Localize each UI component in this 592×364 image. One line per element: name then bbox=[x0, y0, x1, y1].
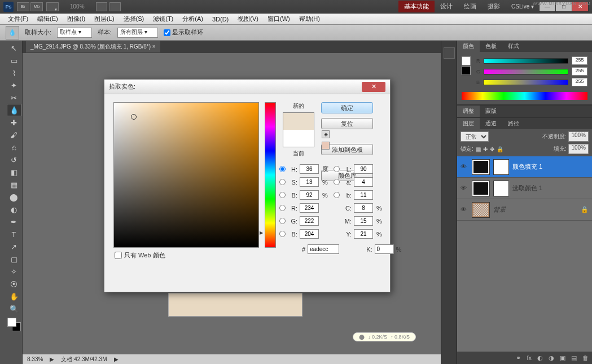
tab-channels[interactable]: 通道 bbox=[480, 118, 502, 129]
eyedropper-tool-icon[interactable]: 💧 bbox=[7, 104, 21, 116]
3d-tool-icon[interactable]: ✧ bbox=[7, 265, 21, 278]
menu-3d[interactable]: 3D(D) bbox=[208, 16, 233, 23]
s-input[interactable] bbox=[300, 177, 319, 187]
menu-file[interactable]: 文件(F) bbox=[3, 15, 33, 23]
tab-layers[interactable]: 图层 bbox=[457, 118, 480, 129]
menu-analysis[interactable]: 分析(A) bbox=[178, 15, 208, 23]
b-hsb-input[interactable] bbox=[300, 190, 319, 200]
lock-pixels-icon[interactable]: ▦ bbox=[476, 146, 481, 152]
type-tool-icon[interactable]: T bbox=[7, 228, 21, 240]
tab-adjust[interactable]: 调整 bbox=[457, 106, 480, 117]
hue-slider[interactable] bbox=[265, 102, 276, 248]
cslive-button[interactable]: CSLive ▾ bbox=[511, 3, 534, 10]
tab-color[interactable]: 颜色 bbox=[457, 41, 480, 52]
lock-transparency-icon[interactable]: ✚ bbox=[483, 146, 488, 152]
collapse-strip[interactable] bbox=[0, 41, 6, 364]
show-ring-checkbox[interactable]: 显示取样环 bbox=[164, 28, 203, 37]
color-field[interactable] bbox=[113, 102, 259, 248]
lock-position-icon[interactable]: ✥ bbox=[490, 146, 494, 152]
lock-all-icon[interactable]: 🔒 bbox=[497, 146, 503, 152]
h-input[interactable] bbox=[300, 164, 319, 174]
layer-name[interactable]: 颜色填充 1 bbox=[512, 163, 542, 171]
color-preview[interactable] bbox=[283, 112, 314, 147]
link-icon[interactable]: ⚭ bbox=[516, 354, 521, 362]
l-radio[interactable] bbox=[334, 166, 340, 172]
r-radio[interactable] bbox=[279, 205, 286, 211]
fg-color-swatch[interactable] bbox=[7, 318, 16, 327]
a-radio[interactable] bbox=[334, 179, 340, 185]
bridge-icon[interactable]: Br bbox=[17, 2, 29, 11]
gamut-warning-icon[interactable]: ◈ bbox=[322, 130, 330, 138]
history-brush-icon[interactable]: ↺ bbox=[7, 154, 21, 166]
r-value[interactable]: 255 bbox=[572, 56, 587, 65]
zoom-level[interactable]: 100% bbox=[70, 3, 85, 10]
b-lab-input[interactable] bbox=[354, 190, 373, 200]
path-tool-icon[interactable]: ↗ bbox=[7, 240, 21, 253]
color-swatches[interactable] bbox=[7, 317, 21, 332]
folder-icon[interactable]: ▣ bbox=[560, 354, 565, 362]
tab-paths[interactable]: 路径 bbox=[502, 118, 525, 129]
workspace-tab-photo[interactable]: 摄影 bbox=[482, 1, 506, 12]
extras-button[interactable] bbox=[109, 2, 121, 11]
blur-tool-icon[interactable]: ⬤ bbox=[7, 191, 21, 203]
move-tool-icon[interactable]: ↖ bbox=[7, 42, 21, 54]
a-input[interactable] bbox=[354, 177, 373, 187]
k-input[interactable] bbox=[375, 244, 394, 254]
layer-name[interactable]: 选取颜色 1 bbox=[512, 184, 542, 192]
l-input[interactable] bbox=[354, 164, 373, 174]
b-slider[interactable] bbox=[483, 80, 568, 85]
trash-icon[interactable]: 🗑 bbox=[582, 354, 589, 361]
h-radio[interactable] bbox=[279, 166, 286, 172]
dialog-title-bar[interactable]: 拾取实色: ✕ bbox=[104, 80, 390, 94]
y-input[interactable] bbox=[354, 229, 373, 239]
bl-radio[interactable] bbox=[279, 231, 286, 237]
menu-image[interactable]: 图像(I) bbox=[63, 15, 90, 23]
camera-tool-icon[interactable]: ⦿ bbox=[7, 278, 21, 290]
gradient-tool-icon[interactable]: ▦ bbox=[7, 178, 21, 191]
hex-input[interactable] bbox=[308, 244, 339, 254]
dialog-close-button[interactable]: ✕ bbox=[362, 82, 385, 92]
b2-radio[interactable] bbox=[334, 192, 340, 198]
websafe-warning-icon[interactable] bbox=[322, 142, 330, 150]
layer-name[interactable]: 背景 bbox=[493, 205, 506, 214]
status-zoom[interactable]: 8.33% bbox=[27, 356, 43, 362]
panel-bg-swatch[interactable] bbox=[462, 66, 471, 75]
stamp-tool-icon[interactable]: ⎌ bbox=[7, 141, 21, 154]
screen-mode-button[interactable] bbox=[46, 2, 59, 11]
status-doc[interactable]: 文档:42.3M/42.3M bbox=[61, 356, 107, 363]
sample-layers-select[interactable]: 所有图层 ▾ bbox=[117, 28, 158, 38]
g-slider[interactable] bbox=[484, 69, 568, 74]
fill-input[interactable]: 100% bbox=[568, 144, 589, 154]
g-radio[interactable] bbox=[279, 218, 286, 224]
adjustment-icon[interactable]: ◑ bbox=[549, 354, 554, 362]
tab-swatches[interactable]: 色板 bbox=[480, 41, 502, 52]
g-value[interactable]: 255 bbox=[572, 67, 587, 76]
new-layer-icon[interactable]: ▤ bbox=[571, 354, 577, 362]
zoom-tool-icon[interactable]: 🔍 bbox=[7, 302, 21, 315]
menu-window[interactable]: 窗口(W) bbox=[263, 15, 295, 23]
b-value[interactable]: 255 bbox=[572, 78, 587, 86]
opacity-input[interactable]: 100% bbox=[568, 131, 589, 142]
ok-button[interactable]: 确定 bbox=[321, 102, 373, 113]
panel-fg-swatch[interactable] bbox=[462, 56, 471, 65]
menu-view[interactable]: 视图(V) bbox=[233, 15, 263, 23]
history-panel-icon[interactable] bbox=[444, 47, 455, 59]
fx-icon[interactable]: fx bbox=[527, 354, 532, 361]
menu-edit[interactable]: 编辑(E) bbox=[33, 15, 63, 23]
wand-tool-icon[interactable]: ✦ bbox=[7, 79, 21, 91]
sample-size-select[interactable]: 取样点 ▾ bbox=[57, 28, 92, 38]
m-input[interactable] bbox=[354, 216, 373, 226]
tab-styles[interactable]: 样式 bbox=[502, 41, 525, 52]
layer-mask[interactable] bbox=[493, 181, 509, 196]
g-input[interactable] bbox=[300, 216, 319, 226]
eraser-tool-icon[interactable]: ◧ bbox=[7, 166, 21, 178]
document-tab[interactable]: _MG_2914.JPG @ 8.33% (颜色填充 1, RGB/8*) × bbox=[26, 41, 160, 52]
workspace-tab-essentials[interactable]: 基本功能 bbox=[398, 1, 435, 12]
pen-tool-icon[interactable]: ✒ bbox=[7, 216, 21, 228]
c-input[interactable] bbox=[354, 203, 373, 213]
mask-icon[interactable]: ◐ bbox=[537, 354, 543, 362]
menu-layer[interactable]: 图层(L) bbox=[90, 15, 119, 23]
minibridge-icon[interactable]: Mb bbox=[30, 2, 43, 11]
blend-mode-select[interactable]: 正常 bbox=[461, 131, 489, 142]
reset-button[interactable]: 复位 bbox=[321, 118, 373, 129]
